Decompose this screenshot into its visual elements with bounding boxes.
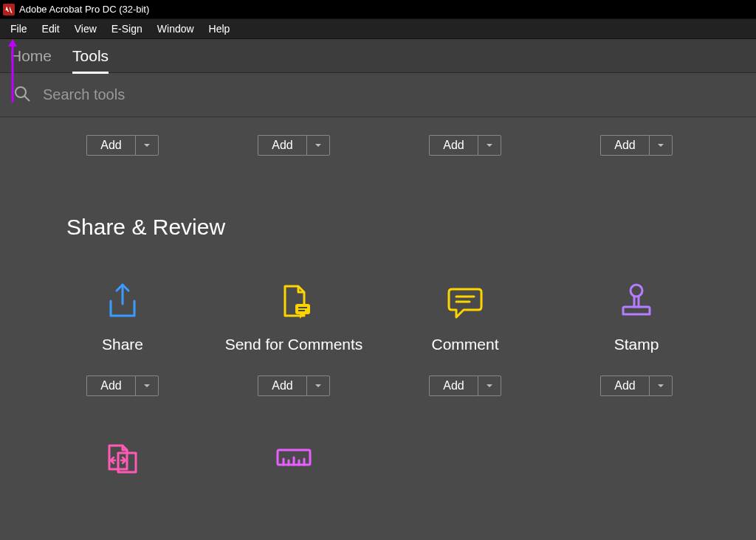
tool-send-comments[interactable]: Send for Comments Add <box>208 275 379 396</box>
send-comments-icon <box>272 275 316 327</box>
tab-home[interactable]: Home <box>10 41 52 71</box>
compare-icon <box>100 432 145 483</box>
menu-edit[interactable]: Edit <box>35 21 67 37</box>
add-button-dropdown[interactable] <box>649 135 673 156</box>
tool-row-share-review: Share Add Send for Comments Add <box>0 275 756 396</box>
menu-help[interactable]: Help <box>202 21 238 37</box>
add-button: Add <box>258 135 329 156</box>
menu-view[interactable]: View <box>67 21 104 37</box>
add-button: Add <box>600 375 672 396</box>
add-button-main[interactable]: Add <box>600 375 648 396</box>
menubar: File Edit View E-Sign Window Help <box>0 18 756 39</box>
add-button: Add <box>258 375 329 396</box>
tabbar: Home Tools <box>0 39 756 73</box>
tools-content: Request E-Signatures Add Fill & Sign Add… <box>0 117 756 540</box>
add-button-main[interactable]: Add <box>86 375 134 396</box>
tool-fill-sign[interactable]: Fill & Sign Add <box>208 117 379 156</box>
tool-label: Send for Comments <box>225 336 363 358</box>
add-button-main[interactable]: Add <box>429 135 477 156</box>
add-button: Add <box>429 135 501 156</box>
tool-label: Stamp <box>614 336 659 358</box>
svg-point-7 <box>630 285 642 297</box>
add-button-main[interactable]: Add <box>258 375 306 396</box>
tab-tools[interactable]: Tools <box>72 41 109 71</box>
stamp-icon <box>614 275 659 327</box>
tool-certificates[interactable]: Certificates Add <box>551 117 722 156</box>
tool-comment[interactable]: Comment Add <box>379 275 551 396</box>
add-button-main[interactable]: Add <box>258 135 306 156</box>
add-button-dropdown[interactable] <box>306 135 330 156</box>
tool-request-esignatures[interactable]: Request E-Signatures Add <box>37 117 208 156</box>
measure-icon <box>272 432 316 483</box>
add-button-main[interactable]: Add <box>600 135 648 156</box>
add-button-main[interactable]: Add <box>86 135 134 156</box>
menu-window[interactable]: Window <box>150 21 202 37</box>
section-title-share-review: Share & Review <box>0 215 756 240</box>
menu-esign[interactable]: E-Sign <box>104 21 150 37</box>
add-button-dropdown[interactable] <box>478 375 501 396</box>
tool-measure[interactable] <box>208 432 379 483</box>
comment-icon <box>443 275 487 327</box>
share-icon <box>100 275 145 327</box>
tool-label: Share <box>102 336 143 358</box>
add-button: Add <box>429 375 501 396</box>
window-titlebar: Adobe Acrobat Pro DC (32-bit) <box>0 0 756 18</box>
app-icon <box>3 4 15 15</box>
tool-prepare-form[interactable]: Prepare Form Add <box>379 117 551 156</box>
tool-stamp[interactable]: Stamp Add <box>551 275 722 396</box>
menu-file[interactable]: File <box>3 21 35 37</box>
add-button-dropdown[interactable] <box>649 375 673 396</box>
tool-share[interactable]: Share Add <box>37 275 208 396</box>
add-button: Add <box>86 375 158 396</box>
add-button-main[interactable]: Add <box>429 375 477 396</box>
add-button: Add <box>86 135 158 156</box>
add-button-dropdown[interactable] <box>135 135 159 156</box>
search-icon <box>13 85 31 105</box>
svg-rect-2 <box>295 304 310 314</box>
svg-point-0 <box>16 87 26 97</box>
search-input[interactable] <box>43 86 743 103</box>
tool-label: Comment <box>431 336 498 358</box>
svg-line-1 <box>24 96 30 101</box>
searchbar <box>0 73 756 117</box>
add-button-dropdown[interactable] <box>306 375 330 396</box>
tool-row-bottom <box>0 432 756 483</box>
add-button-dropdown[interactable] <box>478 135 501 156</box>
tool-compare-files[interactable] <box>37 432 208 483</box>
app-title: Adobe Acrobat Pro DC (32-bit) <box>19 4 149 15</box>
tool-row-signatures: Request E-Signatures Add Fill & Sign Add… <box>0 117 756 156</box>
add-button-dropdown[interactable] <box>135 375 159 396</box>
add-button: Add <box>600 135 672 156</box>
